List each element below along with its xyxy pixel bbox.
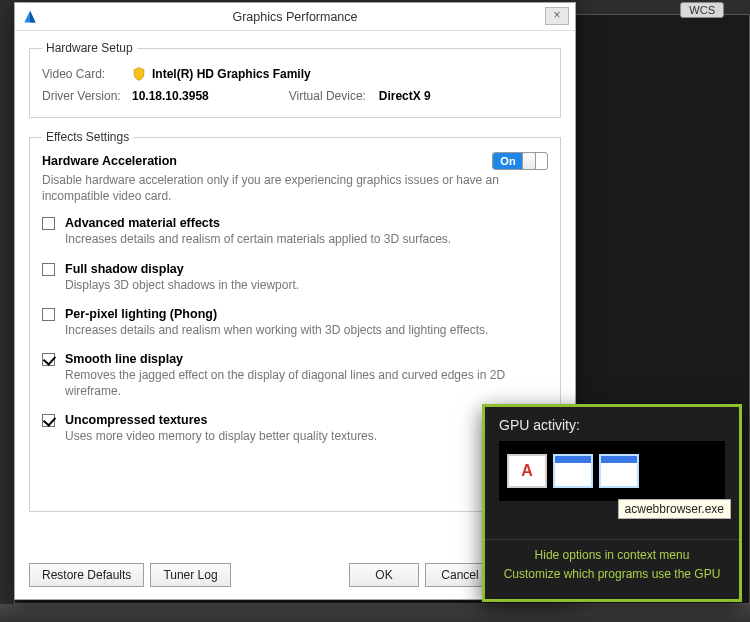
- option-title: Advanced material effects: [65, 216, 548, 231]
- effects-legend: Effects Settings: [42, 130, 133, 144]
- effect-option: Per-pixel lighting (Phong)Increases deta…: [42, 307, 548, 338]
- toggle-on-label: On: [493, 153, 523, 169]
- video-card-label: Video Card:: [42, 67, 132, 81]
- option-desc: Removes the jagged effect on the display…: [65, 367, 548, 399]
- gpu-link-customize[interactable]: Customize which programs use the GPU: [485, 565, 739, 584]
- dialog-title: Graphics Performance: [15, 10, 575, 24]
- option-desc: Increases details and realism of certain…: [65, 231, 548, 247]
- svg-marker-1: [30, 10, 36, 22]
- gpu-thumb-window-2[interactable]: [599, 454, 639, 488]
- driver-version-value: 10.18.10.3958: [132, 89, 209, 103]
- tray-icon: [607, 511, 625, 529]
- autocad-logo-icon: A: [521, 462, 533, 480]
- app-icon: [23, 10, 37, 24]
- ok-button[interactable]: OK: [349, 563, 419, 587]
- tuner-log-button[interactable]: Tuner Log: [150, 563, 230, 587]
- option-desc: Displays 3D object shadows in the viewpo…: [65, 277, 548, 293]
- taskbar: [0, 604, 750, 622]
- virtual-device-value: DirectX 9: [379, 89, 431, 103]
- gpu-thumbnails: A acwebbrowser.exe: [499, 441, 725, 501]
- tray-icon: [661, 511, 679, 529]
- tray-icon: [499, 511, 517, 529]
- gpu-tray-icons: [485, 501, 739, 539]
- virtual-device-label: Virtual Device:: [289, 89, 379, 103]
- checkbox[interactable]: [42, 263, 55, 276]
- close-button[interactable]: ×: [545, 7, 569, 25]
- hardware-accel-title: Hardware Acceleration: [42, 154, 177, 168]
- option-text: Per-pixel lighting (Phong)Increases deta…: [65, 307, 548, 338]
- hardware-legend: Hardware Setup: [42, 41, 137, 55]
- option-text: Full shadow displayDisplays 3D object sh…: [65, 262, 548, 293]
- hardware-setup-group: Hardware Setup Video Card: Intel(R) HD G…: [29, 41, 561, 118]
- option-text: Smooth line displayRemoves the jagged ef…: [65, 352, 548, 399]
- tray-icon: [553, 511, 571, 529]
- effect-option: Smooth line displayRemoves the jagged ef…: [42, 352, 548, 399]
- gpu-activity-title: GPU activity:: [485, 407, 739, 441]
- hardware-accel-toggle[interactable]: On: [492, 152, 548, 170]
- option-title: Uncompressed textures: [65, 413, 548, 428]
- wcs-badge[interactable]: WCS: [680, 2, 724, 18]
- option-title: Full shadow display: [65, 262, 548, 277]
- gpu-thumb-window-1[interactable]: [553, 454, 593, 488]
- toggle-knob: [522, 152, 536, 170]
- gpu-thumb-autocad[interactable]: A: [507, 454, 547, 488]
- option-desc: Increases details and realism when worki…: [65, 322, 548, 338]
- gpu-activity-popup: GPU activity: A acwebbrowser.exe Hide op…: [482, 404, 742, 602]
- effect-option: Full shadow displayDisplays 3D object sh…: [42, 262, 548, 293]
- option-text: Advanced material effectsIncreases detai…: [65, 216, 548, 247]
- checkbox[interactable]: [42, 217, 55, 230]
- restore-defaults-button[interactable]: Restore Defaults: [29, 563, 144, 587]
- checkbox[interactable]: [42, 414, 55, 427]
- driver-version-label: Driver Version:: [42, 89, 132, 103]
- gpu-popup-links: Hide options in context menu Customize w…: [485, 539, 739, 592]
- gpu-link-hide-options[interactable]: Hide options in context menu: [485, 546, 739, 565]
- option-desc: Uses more video memory to display better…: [65, 428, 548, 444]
- option-title: Smooth line display: [65, 352, 548, 367]
- video-card-value: Intel(R) HD Graphics Family: [152, 67, 311, 81]
- checkbox[interactable]: [42, 353, 55, 366]
- option-text: Uncompressed texturesUses more video mem…: [65, 413, 548, 444]
- effect-option: Advanced material effectsIncreases detai…: [42, 216, 548, 247]
- titlebar[interactable]: Graphics Performance ×: [15, 3, 575, 31]
- close-icon: ×: [553, 8, 560, 22]
- shield-icon: [132, 67, 146, 81]
- effect-option: Uncompressed texturesUses more video mem…: [42, 413, 548, 444]
- checkbox[interactable]: [42, 308, 55, 321]
- option-title: Per-pixel lighting (Phong): [65, 307, 548, 322]
- hardware-accel-desc: Disable hardware acceleration only if yo…: [42, 172, 502, 204]
